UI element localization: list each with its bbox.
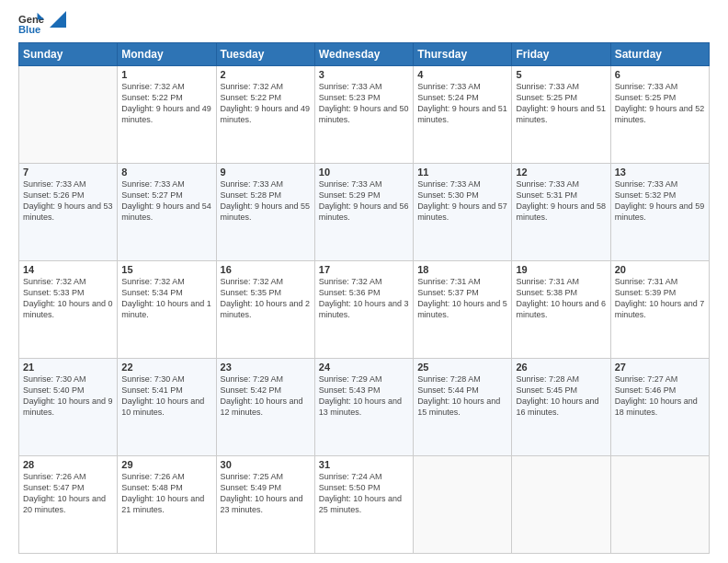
day-info: Sunrise: 7:33 AMSunset: 5:26 PMDaylight:… — [23, 178, 113, 224]
day-info: Sunrise: 7:29 AMSunset: 5:43 PMDaylight:… — [319, 373, 409, 419]
day-number: 24 — [319, 362, 409, 373]
day-number: 30 — [221, 459, 311, 470]
day-number: 11 — [417, 167, 507, 178]
calendar-cell: 21Sunrise: 7:30 AMSunset: 5:40 PMDayligh… — [19, 359, 118, 456]
calendar-week-5: 28Sunrise: 7:26 AMSunset: 5:47 PMDayligh… — [19, 456, 710, 554]
day-info: Sunrise: 7:33 AMSunset: 5:32 PMDaylight:… — [615, 178, 705, 224]
day-number: 9 — [221, 167, 311, 178]
day-number: 5 — [516, 69, 606, 80]
day-info: Sunrise: 7:32 AMSunset: 5:36 PMDaylight:… — [319, 276, 409, 321]
day-info: Sunrise: 7:31 AMSunset: 5:37 PMDaylight:… — [417, 276, 507, 321]
calendar-header-sunday: Sunday — [19, 43, 118, 66]
day-number: 6 — [615, 69, 705, 80]
day-number: 31 — [319, 459, 409, 470]
calendar-cell — [19, 66, 118, 164]
calendar-cell: 3Sunrise: 7:33 AMSunset: 5:23 PMDaylight… — [314, 66, 413, 164]
day-number: 15 — [121, 264, 211, 275]
calendar-header-wednesday: Wednesday — [314, 43, 413, 66]
calendar-cell: 30Sunrise: 7:25 AMSunset: 5:49 PMDayligh… — [216, 456, 314, 554]
calendar-header-monday: Monday — [118, 43, 216, 66]
calendar-cell: 14Sunrise: 7:32 AMSunset: 5:33 PMDayligh… — [19, 261, 118, 359]
day-info: Sunrise: 7:33 AMSunset: 5:23 PMDaylight:… — [319, 81, 409, 126]
day-number: 13 — [615, 167, 705, 178]
day-number: 20 — [615, 264, 705, 275]
calendar-cell — [414, 456, 512, 554]
calendar-cell: 23Sunrise: 7:29 AMSunset: 5:42 PMDayligh… — [216, 359, 314, 456]
day-info: Sunrise: 7:33 AMSunset: 5:24 PMDaylight:… — [417, 81, 507, 126]
calendar-cell: 1Sunrise: 7:32 AMSunset: 5:22 PMDaylight… — [118, 66, 216, 164]
calendar-cell: 29Sunrise: 7:26 AMSunset: 5:48 PMDayligh… — [118, 456, 216, 554]
day-number: 14 — [23, 264, 113, 275]
calendar-cell: 13Sunrise: 7:33 AMSunset: 5:32 PMDayligh… — [610, 164, 709, 261]
day-info: Sunrise: 7:30 AMSunset: 5:41 PMDaylight:… — [121, 373, 211, 419]
calendar-week-4: 21Sunrise: 7:30 AMSunset: 5:40 PMDayligh… — [19, 359, 710, 456]
day-number: 17 — [319, 264, 409, 275]
calendar-header-friday: Friday — [512, 43, 610, 66]
calendar-week-2: 7Sunrise: 7:33 AMSunset: 5:26 PMDaylight… — [19, 164, 710, 261]
day-number: 25 — [417, 362, 507, 373]
day-number: 29 — [121, 459, 211, 470]
day-info: Sunrise: 7:32 AMSunset: 5:22 PMDaylight:… — [221, 81, 311, 126]
calendar-header-tuesday: Tuesday — [216, 43, 314, 66]
day-number: 22 — [121, 362, 211, 373]
calendar-cell — [512, 456, 610, 554]
calendar-cell: 16Sunrise: 7:32 AMSunset: 5:35 PMDayligh… — [216, 261, 314, 359]
calendar-header-row: SundayMondayTuesdayWednesdayThursdayFrid… — [19, 43, 710, 66]
logo-triangle-icon — [50, 11, 66, 28]
day-info: Sunrise: 7:26 AMSunset: 5:47 PMDaylight:… — [23, 471, 113, 516]
day-number: 4 — [417, 69, 507, 80]
day-number: 7 — [23, 167, 113, 178]
calendar-cell: 28Sunrise: 7:26 AMSunset: 5:47 PMDayligh… — [19, 456, 118, 554]
day-info: Sunrise: 7:33 AMSunset: 5:27 PMDaylight:… — [121, 178, 211, 224]
day-number: 27 — [615, 362, 705, 373]
calendar-week-3: 14Sunrise: 7:32 AMSunset: 5:33 PMDayligh… — [19, 261, 710, 359]
day-info: Sunrise: 7:25 AMSunset: 5:49 PMDaylight:… — [221, 471, 311, 516]
calendar-table: SundayMondayTuesdayWednesdayThursdayFrid… — [18, 42, 710, 554]
logo-icon: General Blue — [18, 11, 44, 37]
calendar-cell: 10Sunrise: 7:33 AMSunset: 5:29 PMDayligh… — [314, 164, 413, 261]
day-info: Sunrise: 7:32 AMSunset: 5:35 PMDaylight:… — [221, 276, 311, 321]
day-info: Sunrise: 7:33 AMSunset: 5:25 PMDaylight:… — [516, 81, 606, 126]
day-info: Sunrise: 7:32 AMSunset: 5:34 PMDaylight:… — [121, 276, 211, 321]
day-number: 2 — [221, 69, 311, 80]
day-number: 23 — [221, 362, 311, 373]
calendar-cell: 31Sunrise: 7:24 AMSunset: 5:50 PMDayligh… — [314, 456, 413, 554]
calendar-cell: 11Sunrise: 7:33 AMSunset: 5:30 PMDayligh… — [414, 164, 512, 261]
day-info: Sunrise: 7:30 AMSunset: 5:40 PMDaylight:… — [23, 373, 113, 419]
calendar-header-thursday: Thursday — [414, 43, 512, 66]
calendar-cell: 19Sunrise: 7:31 AMSunset: 5:38 PMDayligh… — [512, 261, 610, 359]
calendar-cell: 25Sunrise: 7:28 AMSunset: 5:44 PMDayligh… — [414, 359, 512, 456]
calendar-cell: 8Sunrise: 7:33 AMSunset: 5:27 PMDaylight… — [118, 164, 216, 261]
calendar-cell: 2Sunrise: 7:32 AMSunset: 5:22 PMDaylight… — [216, 66, 314, 164]
calendar-cell: 17Sunrise: 7:32 AMSunset: 5:36 PMDayligh… — [314, 261, 413, 359]
calendar-cell: 9Sunrise: 7:33 AMSunset: 5:28 PMDaylight… — [216, 164, 314, 261]
day-info: Sunrise: 7:24 AMSunset: 5:50 PMDaylight:… — [319, 471, 409, 516]
svg-text:Blue: Blue — [18, 24, 40, 35]
day-info: Sunrise: 7:29 AMSunset: 5:42 PMDaylight:… — [221, 373, 311, 419]
day-info: Sunrise: 7:33 AMSunset: 5:28 PMDaylight:… — [221, 178, 311, 224]
day-number: 8 — [121, 167, 211, 178]
day-number: 10 — [319, 167, 409, 178]
calendar-cell: 7Sunrise: 7:33 AMSunset: 5:26 PMDaylight… — [19, 164, 118, 261]
day-number: 26 — [516, 362, 606, 373]
page: General Blue SundayMondayTuesdayWednesda… — [0, 0, 728, 563]
day-number: 18 — [417, 264, 507, 275]
calendar-cell: 27Sunrise: 7:27 AMSunset: 5:46 PMDayligh… — [610, 359, 709, 456]
calendar-cell: 22Sunrise: 7:30 AMSunset: 5:41 PMDayligh… — [118, 359, 216, 456]
day-number: 12 — [516, 167, 606, 178]
calendar-cell: 26Sunrise: 7:28 AMSunset: 5:45 PMDayligh… — [512, 359, 610, 456]
calendar-cell: 18Sunrise: 7:31 AMSunset: 5:37 PMDayligh… — [414, 261, 512, 359]
day-number: 21 — [23, 362, 113, 373]
calendar-week-1: 1Sunrise: 7:32 AMSunset: 5:22 PMDaylight… — [19, 66, 710, 164]
day-info: Sunrise: 7:33 AMSunset: 5:29 PMDaylight:… — [319, 178, 409, 224]
calendar-cell: 15Sunrise: 7:32 AMSunset: 5:34 PMDayligh… — [118, 261, 216, 359]
logo: General Blue — [18, 15, 66, 37]
calendar-cell: 6Sunrise: 7:33 AMSunset: 5:25 PMDaylight… — [610, 66, 709, 164]
day-number: 19 — [516, 264, 606, 275]
day-info: Sunrise: 7:32 AMSunset: 5:22 PMDaylight:… — [121, 81, 211, 126]
day-info: Sunrise: 7:28 AMSunset: 5:44 PMDaylight:… — [417, 373, 507, 419]
calendar-header-saturday: Saturday — [610, 43, 709, 66]
calendar-cell: 4Sunrise: 7:33 AMSunset: 5:24 PMDaylight… — [414, 66, 512, 164]
day-info: Sunrise: 7:26 AMSunset: 5:48 PMDaylight:… — [121, 471, 211, 516]
svg-marker-3 — [50, 11, 66, 28]
